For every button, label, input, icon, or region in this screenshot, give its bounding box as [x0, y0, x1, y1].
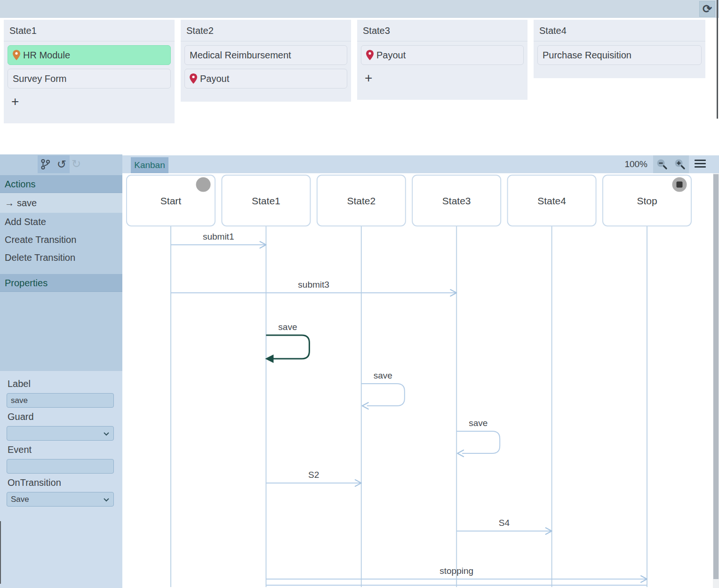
node-label-state4: State4 [537, 195, 566, 206]
refresh-button[interactable]: ⟳ [699, 1, 715, 17]
column-title: State4 [534, 20, 705, 41]
properties-panel: Label Guard Event OnTransition Save [0, 371, 122, 588]
ontransition-field-label: OnTransition [8, 477, 116, 488]
node-label-state3: State3 [442, 195, 471, 206]
card-label: Medical Reimbursement [190, 50, 291, 61]
card-label: Purchase Requisition [543, 50, 631, 61]
guard-field-label: Guard [8, 411, 116, 422]
zoom-level: 100% [624, 159, 647, 169]
label-field-label: Label [8, 379, 116, 389]
kanban-card[interactable]: HR Module [8, 45, 171, 65]
action-item-delete-transition[interactable]: Delete Transition [0, 249, 122, 266]
zoom-controls [653, 155, 689, 173]
ontransition-select[interactable]: Save [7, 492, 114, 507]
column-title: State2 [181, 20, 351, 41]
workflow-designer: ↺ ↻ Actions →save Add State Create Trans… [0, 154, 719, 588]
kanban-column-state1: State1HR ModuleSurvey Form+ [4, 20, 175, 123]
card-label: Survey Form [13, 73, 66, 84]
transition-save-state3-label: save [469, 418, 487, 428]
transition-submit3-start-label: submit3 [298, 280, 329, 290]
stop-badge-square [677, 182, 683, 188]
action-item-create-transition[interactable]: Create Transition [0, 231, 122, 249]
transition-s4-state3-label: S4 [499, 518, 510, 528]
branch-icon[interactable] [41, 159, 50, 169]
kanban-column-state3: State3Payout+ [357, 20, 527, 100]
node-label-state1: State1 [252, 195, 280, 206]
kanban-column-state4: State4Purchase Requisition [534, 20, 705, 78]
chevron-down-icon [104, 498, 109, 502]
sidebar-scrollbar[interactable] [0, 521, 1, 584]
map-pin-icon [190, 73, 197, 84]
node-label-stop: Stop [637, 195, 657, 206]
kanban-card[interactable]: Purchase Requisition [537, 45, 702, 65]
kanban-columns: State1HR ModuleSurvey Form+State2Medical… [4, 20, 711, 123]
map-pin-icon [13, 50, 20, 60]
kanban-card[interactable]: Survey Form [8, 69, 171, 89]
actions-header: Actions [0, 175, 122, 193]
card-label: HR Module [23, 50, 70, 61]
column-title: State3 [357, 20, 527, 41]
add-card-button[interactable]: + [8, 93, 171, 110]
action-save-label: save [17, 198, 37, 208]
column-title: State1 [4, 20, 175, 41]
label-input[interactable] [7, 393, 114, 408]
kanban-card[interactable]: Payout [184, 69, 347, 89]
card-label: Payout [200, 73, 229, 84]
canvas-header: Kanban 100% [122, 155, 719, 173]
node-label-state2: State2 [347, 195, 375, 206]
action-item-save[interactable]: →save [0, 193, 122, 213]
tab-kanban[interactable]: Kanban [131, 157, 168, 173]
transition-save-state1-label: save [278, 322, 297, 332]
board-toolbar: ⟳ [0, 0, 719, 18]
spacer [0, 266, 122, 274]
event-input[interactable] [7, 459, 114, 474]
zoom-in-icon[interactable] [674, 158, 686, 170]
card-label: Payout [376, 50, 406, 61]
toolbar-group: ↺ [38, 155, 70, 173]
transition-save-state2-label: save [374, 371, 392, 380]
transition-stopping-state1-label: stopping [439, 566, 473, 576]
transition-submit1-start-label: submit1 [203, 232, 234, 242]
kanban-card[interactable]: Payout [361, 45, 524, 65]
properties-header: Properties [0, 274, 122, 292]
diagram-svg: StartState1State2State3State4Stopsubmit1… [122, 173, 712, 588]
kanban-board: ⟳ State1HR ModuleSurvey Form+State2Medic… [0, 0, 719, 141]
kanban-column-state2: State2Medical ReimbursementPayout [181, 20, 351, 102]
undo-icon[interactable]: ↺ [57, 159, 66, 170]
redo-icon[interactable]: ↻ [72, 158, 81, 169]
event-field-label: Event [8, 444, 116, 455]
board-scrollbar[interactable] [717, 0, 718, 119]
node-label-start: Start [160, 195, 182, 206]
refresh-icon: ⟳ [703, 3, 712, 15]
designer-toolbar: ↺ ↻ [0, 154, 122, 175]
arrow-right-icon: → [5, 198, 14, 208]
add-card-button[interactable]: + [361, 70, 524, 87]
designer-sidebar: ↺ ↻ Actions →save Add State Create Trans… [0, 154, 122, 588]
menu-icon[interactable] [695, 160, 706, 169]
transition-s2-state1-label: S2 [308, 470, 319, 480]
chevron-down-icon [104, 432, 109, 436]
action-item-add-state[interactable]: Add State [0, 213, 122, 231]
kanban-card[interactable]: Medical Reimbursement [184, 45, 347, 65]
start-badge-icon [196, 177, 211, 192]
diagram-canvas: Kanban 100% StartState1State2State3State… [122, 154, 719, 588]
ontransition-select-value: Save [11, 495, 29, 504]
zoom-out-icon[interactable] [656, 158, 668, 170]
canvas-scrollbar[interactable] [713, 174, 719, 579]
map-pin-icon [366, 50, 374, 60]
guard-select[interactable] [7, 426, 114, 441]
